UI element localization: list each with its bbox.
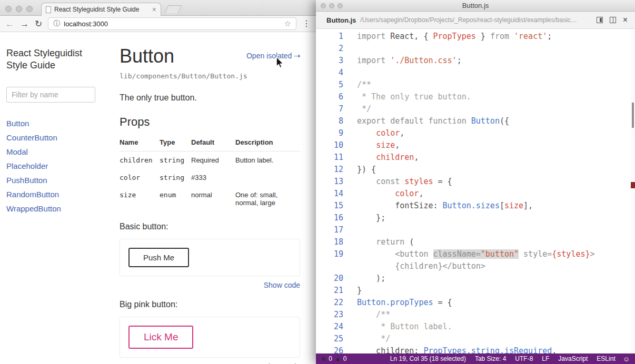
- status-item[interactable]: Ln 19, Col 35 (18 selected): [390, 355, 466, 362]
- split-editor-icon[interactable]: [610, 17, 616, 23]
- open-isolated-link[interactable]: Open isolated ⇢: [246, 52, 300, 60]
- browser-menu-icon[interactable]: ⋮: [302, 19, 311, 28]
- line-number: 21: [316, 285, 343, 297]
- code-line[interactable]: 9 color,: [316, 127, 631, 139]
- prop-name: children: [120, 151, 160, 169]
- zoom-window-button[interactable]: [26, 6, 33, 12]
- status-item[interactable]: ESLint: [597, 355, 615, 362]
- sidebar-item-randombutton[interactable]: RandomButton: [6, 190, 104, 199]
- show-code-link[interactable]: Show code: [120, 281, 300, 289]
- code-line[interactable]: 2: [316, 43, 631, 55]
- minimize-window-button[interactable]: [329, 3, 334, 8]
- code-text: export default function Button({: [357, 115, 509, 127]
- code-line[interactable]: 20 );: [316, 272, 631, 285]
- table-row: colorstring#333: [120, 169, 300, 186]
- lick-me-button[interactable]: Lick Me: [128, 326, 193, 349]
- code-line[interactable]: 22Button.propTypes = {: [316, 297, 631, 309]
- sidebar-item-placeholder[interactable]: Placeholder: [6, 161, 104, 170]
- column-header-description: Description: [235, 135, 300, 151]
- sidebar-item-wrappedbutton[interactable]: WrappedButton: [6, 204, 104, 213]
- status-item[interactable]: LF: [542, 355, 549, 362]
- overview-ruler[interactable]: [631, 29, 635, 353]
- filter-input[interactable]: [6, 87, 95, 103]
- code-line[interactable]: 15 fontSize: Button.sizes[size],: [316, 200, 631, 212]
- push-me-button[interactable]: Push Me: [128, 248, 189, 267]
- close-window-button[interactable]: [321, 3, 326, 8]
- code-line[interactable]: 4: [316, 67, 631, 79]
- component-description: The only true button.: [120, 93, 300, 103]
- code-text: size,: [357, 139, 400, 151]
- code-line[interactable]: 3import './Button.css';: [316, 55, 631, 67]
- close-window-button[interactable]: [5, 6, 12, 12]
- sidebar-item-counterbutton[interactable]: CounterButton: [6, 133, 104, 142]
- code-line[interactable]: 18 return (: [316, 236, 631, 248]
- code-line[interactable]: 1import React, { PropTypes } from 'react…: [316, 31, 631, 43]
- code-line[interactable]: 17: [316, 224, 631, 236]
- code-line[interactable]: 23 /**: [316, 309, 631, 321]
- warning-icon: ▲: [335, 356, 341, 362]
- status-item[interactable]: JavaScript: [558, 355, 588, 362]
- address-bar[interactable]: ⓘ localhost:3000 ☆: [48, 17, 296, 30]
- sidebar-item-modal[interactable]: Modal: [6, 147, 104, 156]
- code-line[interactable]: 7 */: [316, 103, 631, 115]
- code-line[interactable]: 24 * Button label.: [316, 321, 631, 333]
- line-number: 18: [316, 236, 343, 248]
- code-line[interactable]: 16 };: [316, 212, 631, 224]
- site-info-icon[interactable]: ⓘ: [53, 19, 60, 28]
- code-line[interactable]: 12}) {: [316, 164, 631, 176]
- browser-navbar: ← → ↻ ⓘ localhost:3000 ☆ ⋮: [0, 16, 316, 32]
- status-item[interactable]: Tab Size: 4: [475, 355, 506, 362]
- line-number: 15: [316, 200, 343, 212]
- column-header-default: Default: [191, 135, 235, 151]
- code-line[interactable]: 19 <button className="button" style={sty…: [316, 248, 631, 260]
- code-line[interactable]: 11 children,: [316, 151, 631, 164]
- minimize-window-button[interactable]: [16, 6, 22, 12]
- prop-type: string: [160, 169, 191, 186]
- new-tab-button[interactable]: [165, 5, 182, 13]
- code-line[interactable]: 5/**: [316, 79, 631, 91]
- editor-tab-filename[interactable]: Button.js: [326, 16, 356, 24]
- page-content: React Styleguidist Style Guide ButtonCou…: [0, 33, 316, 364]
- editor-window-title: Button.js: [462, 2, 489, 9]
- selection-marker: [631, 182, 635, 188]
- reload-icon[interactable]: ↻: [35, 19, 42, 28]
- sidebar-item-button[interactable]: Button: [6, 119, 104, 128]
- code-line[interactable]: {children}</button>: [316, 260, 631, 272]
- line-number: 25: [316, 333, 343, 345]
- bookmark-star-icon[interactable]: ☆: [284, 19, 291, 28]
- line-number: 8: [316, 115, 343, 127]
- line-number: 19: [316, 248, 343, 260]
- code-line[interactable]: 6 * The only true button.: [316, 91, 631, 103]
- browser-titlebar[interactable]: React Styleguidist Style Guide ×: [0, 0, 316, 16]
- problems-indicator[interactable]: ⊗ 0 ▲ 0: [321, 355, 346, 362]
- code-line[interactable]: 13 const styles = {: [316, 176, 631, 188]
- code-line[interactable]: 10 size,: [316, 139, 631, 151]
- line-number: 26: [316, 345, 343, 353]
- tab-close-icon[interactable]: ×: [152, 6, 156, 13]
- open-preview-icon[interactable]: [597, 17, 603, 23]
- code-text: color,: [357, 127, 404, 139]
- editor-titlebar[interactable]: Button.js: [316, 0, 635, 12]
- back-icon[interactable]: ←: [5, 19, 14, 28]
- line-number: 17: [316, 224, 343, 236]
- scrollbar-thumb[interactable]: [632, 103, 634, 128]
- code-line[interactable]: 25 */: [316, 333, 631, 345]
- editor-window: Button.js Button.js /Users/sapegin/Dropb…: [316, 0, 635, 364]
- close-editor-icon[interactable]: ×: [623, 16, 628, 24]
- code-line[interactable]: 14 color,: [316, 188, 631, 200]
- code-area[interactable]: 1import React, { PropTypes } from 'react…: [316, 29, 631, 353]
- sidebar-item-pushbutton[interactable]: PushButton: [6, 176, 104, 185]
- browser-tab[interactable]: React Styleguidist Style Guide ×: [41, 3, 161, 16]
- zoom-window-button[interactable]: [338, 3, 343, 8]
- status-item[interactable]: UTF-8: [515, 355, 533, 362]
- forward-icon[interactable]: →: [20, 19, 29, 28]
- code-line[interactable]: 21}: [316, 285, 631, 297]
- code-text: }: [357, 285, 362, 297]
- feedback-smiley-icon[interactable]: ☺: [623, 355, 630, 363]
- url-text[interactable]: localhost:3000: [64, 20, 108, 28]
- sidebar-nav: ButtonCounterButtonModalPlaceholderPushB…: [6, 119, 104, 213]
- code-line[interactable]: 26 children: PropTypes.string.isRequired…: [316, 345, 631, 353]
- example-preview: Push Me: [120, 239, 300, 276]
- code-line[interactable]: 8export default function Button({: [316, 115, 631, 127]
- styleguide-sidebar: React Styleguidist Style Guide ButtonCou…: [0, 33, 112, 364]
